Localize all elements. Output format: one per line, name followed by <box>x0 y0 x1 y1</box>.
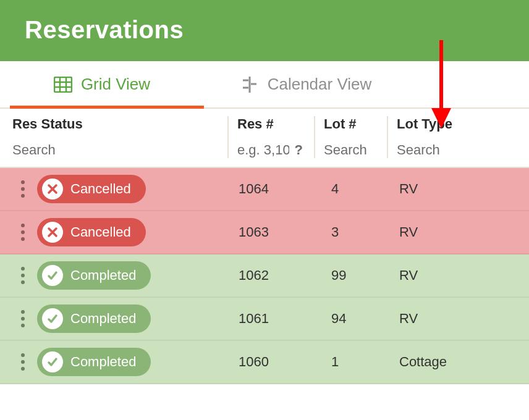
status-badge: Completed <box>37 261 151 290</box>
cell-lot-type: RV <box>388 181 499 197</box>
grid-icon <box>54 77 72 93</box>
kebab-menu-icon[interactable] <box>17 306 28 331</box>
column-headers: Res Status Search Res # e.g. 3,10- ? Lot… <box>0 109 529 168</box>
status-label: Completed <box>70 354 136 370</box>
status-badge: Cancelled <box>37 218 146 246</box>
cell-status: Cancelled <box>0 175 229 203</box>
status-label: Cancelled <box>70 224 131 240</box>
view-tabs: Grid View Calendar View <box>0 61 529 109</box>
status-label: Completed <box>70 311 136 327</box>
cell-res-number: 1063 <box>229 224 315 240</box>
cell-lot-number: 3 <box>315 224 388 240</box>
column-header-status[interactable]: Res Status <box>12 116 219 132</box>
cell-status: Completed <box>0 348 229 376</box>
page-title: Reservations <box>25 16 504 44</box>
cell-res-number: 1061 <box>229 311 315 327</box>
reservation-rows: Cancelled10644RVCancelled10633RVComplete… <box>0 168 529 384</box>
cell-lot-number: 1 <box>315 354 388 370</box>
kebab-menu-icon[interactable] <box>17 220 28 245</box>
kebab-menu-icon[interactable] <box>17 177 28 201</box>
column-header-res[interactable]: Res # <box>237 116 305 132</box>
tab-grid-view[interactable]: Grid View <box>0 61 204 107</box>
tab-label: Grid View <box>81 75 150 94</box>
cell-lot-number: 99 <box>315 267 388 284</box>
cell-lot-number: 94 <box>315 311 388 327</box>
tab-calendar-view[interactable]: Calendar View <box>204 61 408 107</box>
cell-res-number: 1064 <box>229 181 315 197</box>
check-icon <box>42 351 63 372</box>
check-icon <box>42 308 63 329</box>
cell-lot-type: RV <box>388 224 499 240</box>
table-row[interactable]: Completed106299RV <box>0 254 529 298</box>
kebab-menu-icon[interactable] <box>17 350 28 374</box>
cell-lot-type: Cottage <box>388 354 499 370</box>
page-header: Reservations <box>0 0 529 61</box>
calendar-icon <box>240 75 259 94</box>
status-label: Cancelled <box>70 181 131 197</box>
column-header-lot[interactable]: Lot # <box>324 116 378 132</box>
kebab-menu-icon[interactable] <box>17 263 28 288</box>
svg-rect-0 <box>54 77 72 92</box>
cell-status: Completed <box>0 261 229 290</box>
cell-lot-type: RV <box>388 311 499 327</box>
search-lot-input[interactable]: Search <box>324 142 378 158</box>
check-icon <box>42 265 63 286</box>
search-status-input[interactable]: Search <box>12 142 219 158</box>
cell-res-number: 1062 <box>229 267 315 284</box>
help-icon[interactable]: ? <box>292 143 305 158</box>
status-badge: Completed <box>37 348 151 376</box>
tab-label: Calendar View <box>268 75 372 94</box>
x-icon <box>42 178 63 200</box>
table-row[interactable]: Completed106194RV <box>0 298 529 341</box>
status-badge: Completed <box>37 304 151 333</box>
column-header-lottype[interactable]: Lot Type <box>397 116 491 132</box>
table-row[interactable]: Completed10601Cottage <box>0 341 529 384</box>
cell-lot-number: 4 <box>315 181 388 197</box>
table-row[interactable]: Cancelled10644RV <box>0 168 529 211</box>
cell-status: Completed <box>0 304 229 333</box>
search-res-placeholder: e.g. 3,10- <box>237 142 289 158</box>
search-res-input[interactable]: e.g. 3,10- ? <box>237 142 305 158</box>
cell-res-number: 1060 <box>229 354 315 370</box>
x-icon <box>42 222 63 243</box>
search-lottype-input[interactable]: Search <box>397 142 491 158</box>
status-label: Completed <box>70 267 136 284</box>
status-badge: Cancelled <box>37 175 146 203</box>
table-row[interactable]: Cancelled10633RV <box>0 211 529 254</box>
cell-lot-type: RV <box>388 267 499 284</box>
cell-status: Cancelled <box>0 218 229 246</box>
